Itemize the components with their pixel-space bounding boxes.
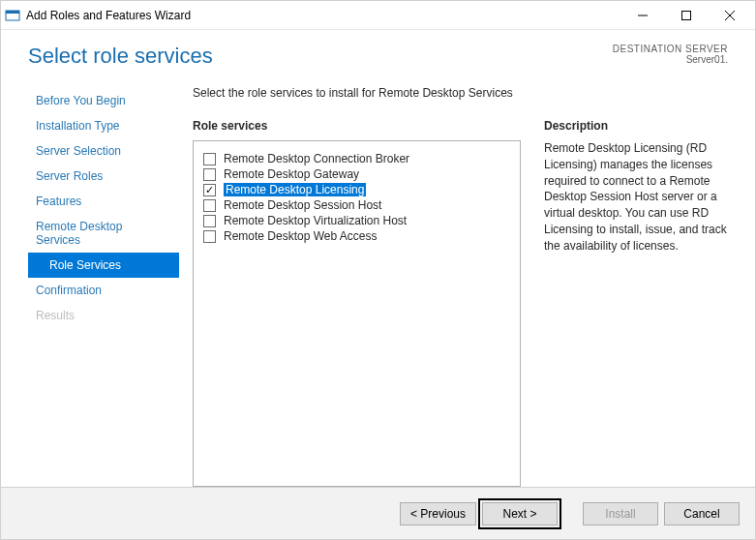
maximize-button[interactable] [664,1,708,30]
window-title: Add Roles and Features Wizard [26,9,620,22]
checkbox[interactable] [203,153,216,165]
role-service-item[interactable]: Remote Desktop Gateway [203,166,510,182]
checkbox[interactable] [203,168,216,181]
nav-item[interactable]: Role Services [28,253,179,278]
app-icon [5,8,20,23]
role-service-label: Remote Desktop Web Access [224,229,378,243]
role-service-item[interactable]: Remote Desktop Session Host [203,197,510,213]
destination-server: DESTINATION SERVER Server01. [613,44,728,65]
role-service-label: Remote Desktop Licensing [224,183,366,196]
role-service-item[interactable]: Remote Desktop Web Access [203,228,510,244]
nav-item[interactable]: Confirmation [28,278,179,303]
main-content: Select the role services to install for … [179,78,741,487]
titlebar: Add Roles and Features Wizard [1,1,755,30]
nav-item: Results [28,303,179,328]
header: Select role services DESTINATION SERVER … [1,30,755,78]
nav-item[interactable]: Before You Begin [28,88,179,113]
checkbox[interactable] [203,215,216,227]
role-service-item[interactable]: Remote Desktop Connection Broker [203,151,510,166]
role-service-label: Remote Desktop Session Host [224,198,381,212]
description-text: Remote Desktop Licensing (RD Licensing) … [544,140,741,255]
body: Before You BeginInstallation TypeServer … [1,78,755,487]
instruction-text: Select the role services to install for … [193,86,741,100]
install-button[interactable]: Install [583,502,658,525]
window-controls [620,1,751,30]
close-button[interactable] [708,1,751,30]
svg-rect-1 [6,11,19,14]
footer: < Previous Next > Install Cancel [1,487,755,539]
checkbox[interactable] [203,230,216,243]
role-service-label: Remote Desktop Gateway [224,167,359,181]
nav-item[interactable]: Server Roles [28,164,179,189]
checkbox[interactable] [203,199,216,212]
nav-item[interactable]: Installation Type [28,113,179,138]
next-button[interactable]: Next > [482,502,558,525]
role-service-label: Remote Desktop Connection Broker [224,152,409,165]
svg-rect-3 [681,11,690,19]
role-services-list: Remote Desktop Connection BrokerRemote D… [193,140,521,487]
minimize-button[interactable] [620,1,664,30]
cancel-button[interactable]: Cancel [664,502,740,525]
role-service-label: Remote Desktop Virtualization Host [224,214,407,227]
role-service-item[interactable]: Remote Desktop Virtualization Host [203,213,510,228]
sidebar: Before You BeginInstallation TypeServer … [1,78,179,487]
destination-label: DESTINATION SERVER [613,44,728,54]
description-heading: Description [544,119,741,133]
page-title: Select role services [28,44,213,69]
nav-item[interactable]: Features [28,189,179,214]
previous-button[interactable]: < Previous [400,502,476,525]
destination-value: Server01. [613,54,728,65]
role-services-heading: Role services [193,119,521,133]
nav-item[interactable]: Server Selection [28,138,179,164]
checkbox[interactable] [203,184,216,196]
nav-item[interactable]: Remote Desktop Services [28,214,179,253]
role-service-item[interactable]: Remote Desktop Licensing [203,182,510,197]
